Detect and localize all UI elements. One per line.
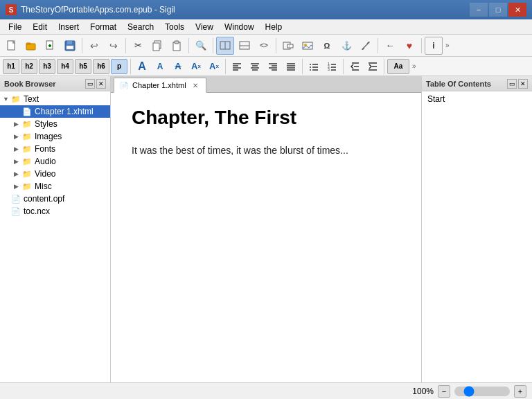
toc-close[interactable]: ✕ xyxy=(518,79,528,89)
decrease-font-button[interactable]: A xyxy=(152,59,168,74)
info-button[interactable]: i xyxy=(425,37,443,55)
minimize-button[interactable]: − xyxy=(470,3,488,17)
heading2-button[interactable]: h2 xyxy=(21,59,37,74)
increase-font-button[interactable]: A xyxy=(134,59,150,74)
tree-video-folder[interactable]: ▶ 📁 Video xyxy=(0,168,110,180)
heading6-button[interactable]: h6 xyxy=(93,59,109,74)
chapter-title: Chapter, The First xyxy=(132,107,400,129)
heading-sep1 xyxy=(130,59,131,74)
book-browser-controls: ▭ ✕ xyxy=(85,79,106,89)
heading5-button[interactable]: h5 xyxy=(75,59,91,74)
subscript-button[interactable]: Ax xyxy=(188,59,204,74)
svg-point-40 xyxy=(310,66,311,68)
menu-insert[interactable]: Insert xyxy=(53,19,85,35)
ordered-list-button[interactable]: 1.2.3. xyxy=(323,59,340,74)
tree-misc-folder[interactable]: ▶ 📁 Misc xyxy=(0,180,110,193)
folder-icon: 📁 xyxy=(22,120,32,129)
menu-help[interactable]: Help xyxy=(260,19,288,35)
zoom-slider[interactable] xyxy=(454,387,510,396)
tree-styles-folder[interactable]: ▶ 📁 Styles xyxy=(0,118,110,130)
strikethrough-button[interactable]: A xyxy=(170,59,186,74)
zoom-out-button[interactable]: − xyxy=(438,385,450,398)
menu-search[interactable]: Search xyxy=(122,19,159,35)
tree-content-opf[interactable]: 📄 content.opf xyxy=(0,193,110,205)
menu-bar: File Edit Insert Format Search Tools Vie… xyxy=(0,19,532,35)
save-button[interactable] xyxy=(61,37,79,55)
title-bar: S TheStoryOfPortableApps.com.epub - Sigi… xyxy=(0,0,532,19)
align-center-button[interactable] xyxy=(247,59,263,74)
outdent-button[interactable] xyxy=(346,59,363,74)
cut-button[interactable]: ✂ xyxy=(129,37,147,55)
sep4 xyxy=(213,38,213,53)
heading3-button[interactable]: h3 xyxy=(39,59,55,74)
menu-format[interactable]: Format xyxy=(85,19,122,35)
link-button[interactable] xyxy=(357,37,375,55)
prev-button[interactable]: ← xyxy=(381,37,399,55)
new-button[interactable] xyxy=(3,37,21,55)
cut-icon: ✂ xyxy=(134,40,142,51)
heading-sep4 xyxy=(343,59,344,74)
tree-label: toc.ncx xyxy=(24,206,50,216)
book-view-button[interactable] xyxy=(216,37,234,55)
tree-images-folder[interactable]: ▶ 📁 Images xyxy=(0,130,110,143)
menu-edit[interactable]: Edit xyxy=(27,19,53,35)
align-left-button[interactable] xyxy=(229,59,245,74)
menu-tools[interactable]: Tools xyxy=(159,19,190,35)
editor-tab[interactable]: 📄 Chapter 1.xhtml ✕ xyxy=(114,78,206,93)
anchor-button[interactable]: ⚓ xyxy=(337,37,355,55)
code-view-button[interactable]: <> xyxy=(255,37,273,55)
undo-button[interactable]: ↩ xyxy=(85,37,103,55)
add-button[interactable] xyxy=(42,37,60,55)
open-button[interactable] xyxy=(22,37,40,55)
book-browser-close[interactable]: ✕ xyxy=(96,79,106,89)
maximize-button[interactable]: □ xyxy=(489,3,507,17)
book-browser: Book Browser ▭ ✕ ▼ 📁 Text 📄 Chapter 1.xh… xyxy=(0,76,111,382)
menu-window[interactable]: Window xyxy=(219,19,260,35)
special-char-button[interactable]: Ω xyxy=(318,37,336,55)
heart-button[interactable]: ♥ xyxy=(400,37,418,55)
image-button[interactable] xyxy=(299,37,317,55)
superscript-button[interactable]: Ax xyxy=(206,59,222,74)
zoom-in-button[interactable]: + xyxy=(514,385,526,398)
find-button[interactable]: 🔍 xyxy=(192,37,210,55)
tree-audio-folder[interactable]: ▶ 📁 Audio xyxy=(0,155,110,168)
paragraph-button[interactable]: p xyxy=(111,59,127,74)
format-toolbar-overflow[interactable]: » xyxy=(411,62,418,70)
tree-chapter1[interactable]: 📄 Chapter 1.xhtml xyxy=(0,105,110,118)
heading-sep2 xyxy=(225,59,226,74)
title-bar-left: S TheStoryOfPortableApps.com.epub - Sigi… xyxy=(6,4,175,15)
expand-icon: ▶ xyxy=(14,183,22,190)
book-browser-title: Book Browser xyxy=(4,80,56,88)
paste-button[interactable] xyxy=(168,37,186,55)
toolbar-overflow[interactable]: » xyxy=(444,42,451,49)
redo-button[interactable]: ↪ xyxy=(105,37,123,55)
style-button[interactable]: Aa xyxy=(387,59,409,74)
expand-icon: ▶ xyxy=(14,121,22,127)
toc-restore[interactable]: ▭ xyxy=(507,79,517,89)
editor-content[interactable]: Chapter, The First It was the best of ti… xyxy=(111,93,421,382)
tree-fonts-folder[interactable]: ▶ 📁 Fonts xyxy=(0,143,110,155)
tree-text-folder[interactable]: ▼ 📁 Text xyxy=(0,93,110,105)
unordered-list-button[interactable] xyxy=(305,59,322,74)
tree-label: Video xyxy=(35,169,55,179)
menu-file[interactable]: File xyxy=(3,19,27,35)
folder-icon: 📁 xyxy=(22,170,32,179)
heading-sep3 xyxy=(302,59,303,74)
svg-rect-7 xyxy=(67,41,72,44)
tree-toc-ncx[interactable]: 📄 toc.ncx xyxy=(0,205,110,218)
book-browser-restore[interactable]: ▭ xyxy=(85,79,95,89)
tab-close-button[interactable]: ✕ xyxy=(190,80,200,90)
close-button[interactable]: ✕ xyxy=(508,3,526,17)
toc-start[interactable]: Start xyxy=(422,91,532,107)
split-view-button[interactable] xyxy=(236,37,254,55)
tree-label: Images xyxy=(35,132,62,141)
validate-button[interactable]: ✓ xyxy=(279,37,297,55)
copy-button[interactable] xyxy=(148,37,166,55)
indent-button[interactable] xyxy=(364,59,381,74)
align-justify-button[interactable] xyxy=(283,59,299,74)
heading4-button[interactable]: h4 xyxy=(57,59,73,74)
search-icon: 🔍 xyxy=(195,40,206,51)
heading1-button[interactable]: h1 xyxy=(3,59,19,74)
align-right-button[interactable] xyxy=(265,59,281,74)
menu-view[interactable]: View xyxy=(190,19,219,35)
